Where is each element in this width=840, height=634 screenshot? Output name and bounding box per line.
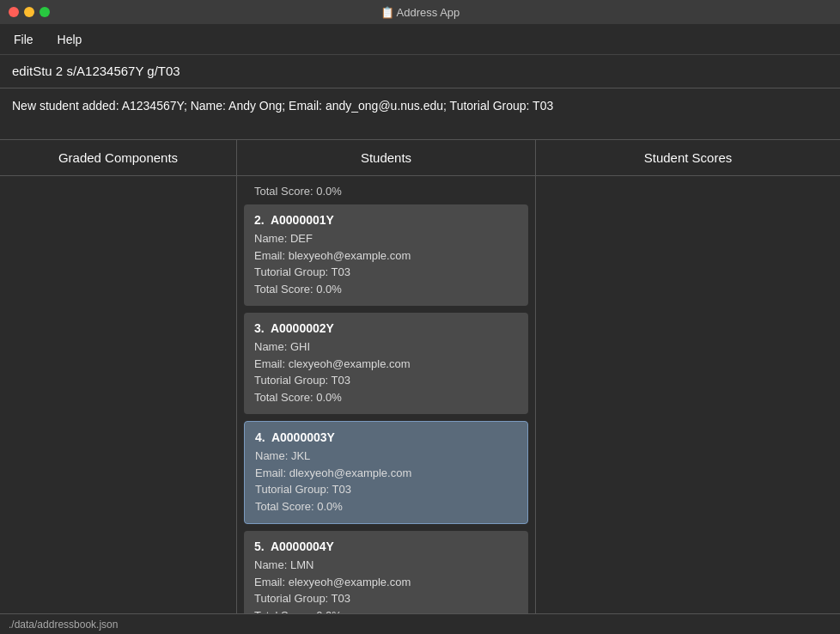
minimize-button[interactable] — [24, 7, 34, 17]
status-bar: ./data/addressbook.json — [0, 613, 840, 634]
close-button[interactable] — [9, 7, 19, 17]
student-card-score: Total Score: 0.0% — [254, 607, 518, 614]
students-header: Students — [237, 140, 536, 175]
student-card-id: 4. A0000003Y — [255, 430, 517, 444]
notification-text: New student added: A1234567Y; Name: Andy… — [12, 99, 553, 113]
student-cards-container: 2. A0000001Y Name: DEF Email: blexyeoh@e… — [244, 204, 528, 613]
menu-bar: File Help — [0, 24, 840, 55]
student-card-tutorial: Tutorial Group: T03 — [254, 372, 518, 389]
student-scores-panel — [536, 176, 840, 613]
student-card-tutorial: Tutorial Group: T03 — [254, 264, 518, 281]
student-card-name: Name: DEF — [254, 230, 518, 247]
student-card-name: Name: GHI — [254, 338, 518, 356]
student-card-tutorial: Tutorial Group: T03 — [254, 590, 518, 607]
student-card-id: 2. A0000001Y — [254, 213, 518, 227]
student-card-email: Email: elexyeoh@example.com — [254, 574, 518, 591]
student-card-score: Total Score: 0.0% — [254, 389, 518, 406]
students-panel[interactable]: Total Score: 0.0% 2. A0000001Y Name: DEF… — [237, 176, 536, 613]
student-card-name: Name: JKL — [255, 448, 517, 465]
command-area — [0, 55, 840, 88]
partial-total-score: Total Score: 0.0% — [244, 180, 528, 204]
student-card-id: 3. A0000002Y — [254, 321, 518, 335]
student-list: Total Score: 0.0% 2. A0000001Y Name: DEF… — [237, 176, 535, 613]
student-card-tutorial: Tutorial Group: T03 — [255, 481, 517, 498]
student-card-name: Name: LMN — [254, 557, 518, 574]
window-controls — [9, 7, 50, 17]
window-title: 📋 Address App — [380, 6, 460, 19]
menu-help[interactable]: Help — [52, 29, 88, 50]
student-card[interactable]: 3. A0000002Y Name: GHI Email: clexyeoh@e… — [244, 313, 528, 414]
graded-components-panel — [0, 176, 237, 613]
status-text: ./data/addressbook.json — [9, 619, 118, 631]
notification-bar: New student added: A1234567Y; Name: Andy… — [0, 88, 840, 140]
student-card-score: Total Score: 0.0% — [254, 281, 518, 298]
command-input[interactable] — [12, 64, 828, 78]
student-card-score: Total Score: 0.0% — [255, 498, 517, 515]
student-card[interactable]: 4. A0000003Y Name: JKL Email: dlexyeoh@e… — [244, 421, 528, 524]
main-content: Graded Components Students Student Score… — [0, 140, 840, 613]
student-card-email: Email: clexyeoh@example.com — [254, 356, 518, 373]
student-card[interactable]: 5. A0000004Y Name: LMN Email: elexyeoh@e… — [244, 531, 528, 613]
graded-components-header: Graded Components — [0, 140, 237, 175]
student-card-email: Email: dlexyeoh@example.com — [255, 465, 517, 482]
student-card[interactable]: 2. A0000001Y Name: DEF Email: blexyeoh@e… — [244, 204, 528, 306]
student-card-id: 5. A0000004Y — [254, 540, 518, 553]
maximize-button[interactable] — [40, 7, 50, 17]
student-card-email: Email: blexyeoh@example.com — [254, 247, 518, 265]
title-bar: 📋 Address App — [0, 0, 840, 24]
student-scores-header: Student Scores — [536, 140, 840, 175]
panels-body: Total Score: 0.0% 2. A0000001Y Name: DEF… — [0, 176, 840, 613]
menu-file[interactable]: File — [9, 29, 39, 50]
header-row: Graded Components Students Student Score… — [0, 140, 840, 176]
